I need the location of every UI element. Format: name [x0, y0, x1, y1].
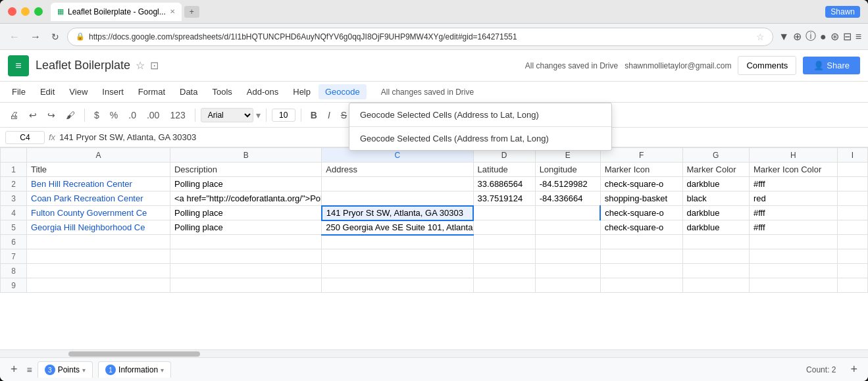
- cell-5-I[interactable]: [837, 220, 867, 235]
- sheet-tab-points[interactable]: 3 Points ▾: [38, 361, 93, 378]
- cell-2-D[interactable]: 33.6886564: [473, 177, 535, 191]
- cell-2-G[interactable]: darkblue: [682, 177, 749, 191]
- col-header-i[interactable]: I: [837, 148, 867, 163]
- add-sheet-button[interactable]: +: [7, 361, 22, 378]
- cell-5-C[interactable]: 250 Georgia Ave SE Suite 101, Atlanta, G…: [322, 220, 473, 235]
- cell-8-D[interactable]: [473, 264, 535, 278]
- menu-file[interactable]: File: [5, 84, 32, 99]
- cell-7-F[interactable]: [600, 249, 682, 264]
- menu-view[interactable]: View: [63, 84, 94, 99]
- tab-close-button[interactable]: ✕: [170, 8, 175, 15]
- new-tab-button[interactable]: +: [184, 6, 199, 18]
- window-controls[interactable]: [8, 7, 43, 16]
- folder-icon[interactable]: ⊡: [150, 59, 159, 72]
- cell-3-E[interactable]: -84.336664: [535, 191, 600, 206]
- cell-3-G[interactable]: black: [682, 191, 749, 206]
- cell-7-G[interactable]: [682, 249, 749, 264]
- paint-format-button[interactable]: 🖌: [62, 107, 79, 123]
- percent-button[interactable]: %: [106, 107, 122, 123]
- maximize-button[interactable]: [34, 7, 43, 16]
- cell-1-B[interactable]: Description: [170, 163, 321, 177]
- cell-4-D[interactable]: [473, 206, 535, 220]
- cell-2-H[interactable]: #fff: [749, 177, 837, 191]
- cell-6-D[interactable]: [473, 235, 535, 249]
- cell-9-F[interactable]: [600, 278, 682, 293]
- cell-9-G[interactable]: [682, 278, 749, 293]
- back-button[interactable]: ←: [7, 28, 22, 45]
- cell-7-D[interactable]: [473, 249, 535, 264]
- currency-button[interactable]: $: [90, 107, 103, 123]
- share-button[interactable]: 👤 Share: [803, 57, 860, 74]
- refresh-button[interactable]: ↻: [49, 29, 62, 45]
- col-header-g[interactable]: G: [682, 148, 749, 163]
- cell-5-A[interactable]: Georgia Hill Neighborhood Ce: [27, 220, 170, 235]
- cell-5-D[interactable]: [473, 220, 535, 235]
- print-button[interactable]: 🖨: [5, 107, 22, 123]
- extension-icon-2[interactable]: ⓘ: [805, 30, 816, 43]
- cell-1-G[interactable]: Marker Color: [682, 163, 749, 177]
- cell-4-F[interactable]: check-square-o: [600, 206, 682, 220]
- extension-icon-4[interactable]: ⊛: [830, 30, 839, 43]
- increase-decimal-button[interactable]: .00: [143, 107, 163, 123]
- cell-9-E[interactable]: [535, 278, 600, 293]
- cell-1-C[interactable]: Address: [322, 163, 473, 177]
- cell-6-H[interactable]: [749, 235, 837, 249]
- cell-7-B[interactable]: [170, 249, 321, 264]
- cell-3-I[interactable]: [837, 191, 867, 206]
- add-sheet-end-button[interactable]: +: [846, 361, 861, 378]
- cell-1-H[interactable]: Marker Icon Color: [749, 163, 837, 177]
- cell-9-I[interactable]: [837, 278, 867, 293]
- cell-2-B[interactable]: Polling place: [170, 177, 321, 191]
- cell-1-A[interactable]: Title: [27, 163, 170, 177]
- cell-8-B[interactable]: [170, 264, 321, 278]
- cell-8-I[interactable]: [837, 264, 867, 278]
- menu-insert[interactable]: Insert: [95, 84, 130, 99]
- cell-8-A[interactable]: [27, 264, 170, 278]
- cell-3-F[interactable]: shopping-basket: [600, 191, 682, 206]
- col-header-h[interactable]: H: [749, 148, 837, 163]
- bookmark-icon[interactable]: ☆: [756, 32, 765, 42]
- col-header-b[interactable]: B: [170, 148, 321, 163]
- cell-4-A[interactable]: Fulton County Government Ce: [27, 206, 170, 220]
- cell-reference-input[interactable]: [5, 131, 45, 144]
- cell-3-A[interactable]: Coan Park Recreation Center: [27, 191, 170, 206]
- cell-9-A[interactable]: [27, 278, 170, 293]
- cell-6-B[interactable]: [170, 235, 321, 249]
- horizontal-scrollbar[interactable]: [0, 349, 868, 357]
- font-selector[interactable]: Arial: [201, 108, 253, 122]
- forward-button[interactable]: →: [28, 28, 43, 45]
- menu-geocode[interactable]: Geocode: [319, 84, 367, 99]
- cell-9-B[interactable]: [170, 278, 321, 293]
- active-tab[interactable]: ▦ Leaflet Boilerplate - Googl... ✕: [51, 3, 182, 21]
- col-header-a[interactable]: A: [27, 148, 170, 163]
- menu-tools[interactable]: Tools: [205, 84, 238, 99]
- menu-format[interactable]: Format: [132, 84, 172, 99]
- cell-1-E[interactable]: Longitude: [535, 163, 600, 177]
- cell-4-B[interactable]: Polling place: [170, 206, 321, 220]
- cell-6-E[interactable]: [535, 235, 600, 249]
- cell-7-A[interactable]: [27, 249, 170, 264]
- bookmark-extension-icon[interactable]: ▼: [779, 31, 789, 43]
- cell-6-G[interactable]: [682, 235, 749, 249]
- cell-4-G[interactable]: darkblue: [682, 206, 749, 220]
- cell-3-C[interactable]: [322, 191, 473, 206]
- sheet-tab-information[interactable]: 1 Information ▾: [98, 361, 171, 378]
- cell-2-I[interactable]: [837, 177, 867, 191]
- menu-edit[interactable]: Edit: [34, 84, 61, 99]
- cell-2-E[interactable]: -84.5129982: [535, 177, 600, 191]
- cell-1-D[interactable]: Latitude: [473, 163, 535, 177]
- bold-button[interactable]: B: [307, 107, 321, 123]
- cell-9-H[interactable]: [749, 278, 837, 293]
- spreadsheet-scroll[interactable]: A B C D E F G H I 1TitleDescriptionAddre…: [0, 147, 868, 349]
- undo-button[interactable]: ↩: [25, 107, 41, 123]
- cell-6-A[interactable]: [27, 235, 170, 249]
- cell-4-E[interactable]: [535, 206, 600, 220]
- cell-8-C[interactable]: [322, 264, 473, 278]
- italic-button[interactable]: I: [324, 107, 334, 123]
- comments-button[interactable]: Comments: [738, 56, 796, 75]
- cell-3-B[interactable]: <a href="http://codeforatlanta.org/">Pol…: [170, 191, 321, 206]
- cell-9-D[interactable]: [473, 278, 535, 293]
- url-bar[interactable]: 🔒 https://docs.google.com/spreadsheets/d…: [67, 28, 773, 46]
- cell-9-C[interactable]: [322, 278, 473, 293]
- minimize-button[interactable]: [21, 7, 30, 16]
